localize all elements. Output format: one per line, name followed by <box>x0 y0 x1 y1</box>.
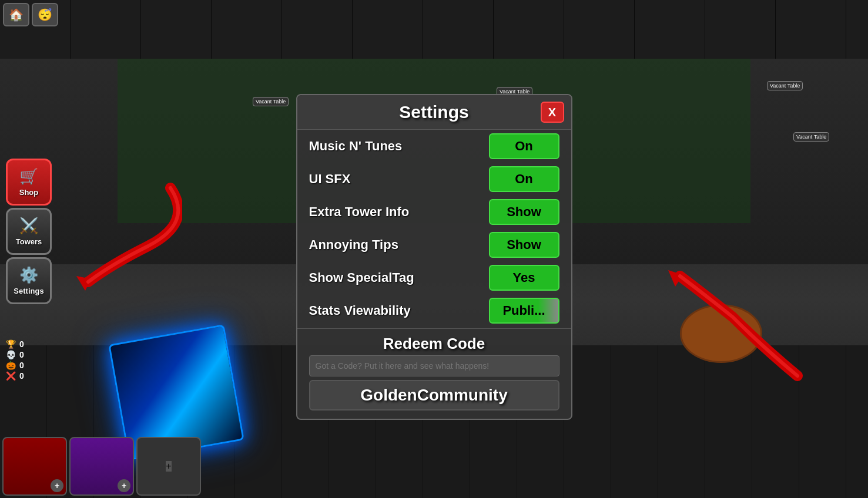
music-label: Music N' Tunes <box>309 139 403 154</box>
sidebar-btn-shop[interactable]: 🛒 Shop <box>6 159 52 206</box>
stat-pumpkin: 🎃 0 <box>6 361 24 370</box>
redeem-input[interactable] <box>309 355 559 376</box>
redeem-section: Redeem Code GoldenCommunity <box>297 330 571 413</box>
trophy-icon: 🏆 <box>6 339 16 349</box>
pumpkin-icon: 🎃 <box>6 361 16 370</box>
settings-row-sfx: UI SFX On <box>297 163 571 196</box>
top-left-icons: 🏠 😴 <box>3 3 58 26</box>
settings-row-tips: Annoying Tips Show <box>297 228 571 261</box>
char-plus-2[interactable]: + <box>118 479 130 492</box>
sleep-icon[interactable]: 😴 <box>32 3 58 26</box>
skull-icon: 💀 <box>6 350 16 359</box>
skull-value: 0 <box>19 350 24 359</box>
shop-label: Shop <box>19 188 39 197</box>
modal-header: Settings X <box>297 95 571 130</box>
char-card-1[interactable]: + <box>2 437 67 496</box>
char-card-2[interactable]: + <box>69 437 134 496</box>
char-plus-3[interactable]: + <box>166 461 171 472</box>
table-right <box>680 304 762 363</box>
shop-icon: 🛒 <box>19 167 38 186</box>
bottom-stats: 🏆 0 💀 0 🎃 0 ❌ 0 <box>6 339 24 381</box>
modal-divider <box>297 328 571 329</box>
modal-close-button[interactable]: X <box>541 102 564 123</box>
redeem-title: Redeem Code <box>309 335 559 353</box>
sidebar-btn-settings[interactable]: ⚙️ Settings <box>6 257 52 304</box>
stats-view-label: Stats Viewability <box>309 303 411 318</box>
vacant-sign-3: Vacant Table <box>767 81 803 90</box>
vacant-sign-4: Vacant Table <box>793 132 829 142</box>
char-plus-1[interactable]: + <box>51 479 63 492</box>
char-card-3[interactable]: + <box>136 437 201 496</box>
special-tag-label: Show SpecialTag <box>309 270 414 285</box>
music-value-btn[interactable]: On <box>489 133 559 159</box>
special-tag-value-btn[interactable]: Yes <box>489 265 559 291</box>
sfx-value-btn[interactable]: On <box>489 166 559 192</box>
settings-row-stats-view: Stats Viewability Publi... <box>297 294 571 327</box>
tower-info-label: Extra Tower Info <box>309 204 410 220</box>
vacant-sign-1: Vacant Table <box>253 97 289 106</box>
stat-skulls: 💀 0 <box>6 350 24 359</box>
sidebar: 🛒 Shop ⚔️ Towers ⚙️ Settings <box>6 159 52 304</box>
trophy-value: 0 <box>19 339 24 349</box>
bottom-cards: + + + <box>0 435 203 498</box>
settings-icon: ⚙️ <box>19 266 38 284</box>
stat-trophies: 🏆 0 <box>6 339 24 349</box>
settings-label: Settings <box>14 287 43 295</box>
sfx-label: UI SFX <box>309 171 351 187</box>
home-icon[interactable]: 🏠 <box>3 3 29 26</box>
pumpkin-value: 0 <box>19 361 24 370</box>
towers-icon: ⚔️ <box>19 217 38 235</box>
sidebar-btn-towers[interactable]: ⚔️ Towers <box>6 208 52 255</box>
tips-label: Annoying Tips <box>309 237 398 253</box>
modal-title: Settings <box>399 102 468 122</box>
towers-label: Towers <box>16 237 42 246</box>
x-icon: ❌ <box>6 371 16 381</box>
x-value: 0 <box>19 371 24 381</box>
tower-info-value-btn[interactable]: Show <box>489 199 559 225</box>
settings-row-tower-info: Extra Tower Info Show <box>297 196 571 228</box>
stats-view-value-btn[interactable]: Publi... <box>489 298 559 324</box>
stat-x: ❌ 0 <box>6 371 24 381</box>
settings-row-music: Music N' Tunes On <box>297 130 571 163</box>
settings-modal: Settings X Music N' Tunes On UI SFX On E… <box>296 94 572 420</box>
redeem-code-display[interactable]: GoldenCommunity <box>309 380 559 410</box>
settings-row-special-tag: Show SpecialTag Yes <box>297 261 571 294</box>
tips-value-btn[interactable]: Show <box>489 232 559 258</box>
